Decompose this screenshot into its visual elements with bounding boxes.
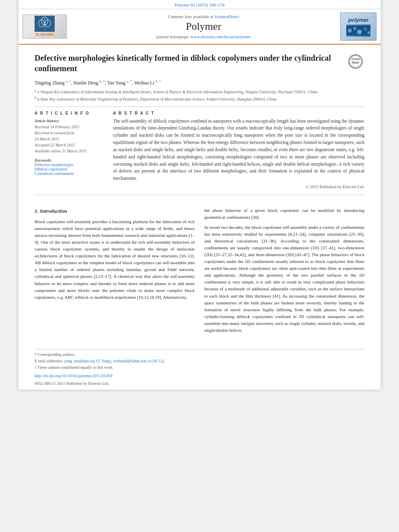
page: Polymer 65 (2015) 168–174 ELSEVIER: [19, 0, 380, 390]
svg-point-10: [367, 31, 370, 34]
article-info-block: Article history: Received 14 February 20…: [35, 118, 105, 154]
elsevier-logo: ELSEVIER: [23, 14, 67, 39]
crossmark-area: Cross Mark: [348, 54, 364, 69]
article-content: Defective morphologies kinetically forme…: [19, 45, 380, 207]
polymer-logo-decoration: [346, 25, 370, 37]
journal-ref: Polymer 65 (2015) 168–174: [175, 2, 224, 7]
elsevier-svg: [37, 16, 53, 31]
abstract-col: A B S T R A C T The self-assembly of dib…: [113, 111, 364, 189]
polymer-logo: polymer: [340, 12, 376, 41]
keywords-block: Keywords: Defective morphologies Diblock…: [35, 158, 105, 176]
intro-para2: the phase behavior of a given block copo…: [204, 207, 364, 221]
svg-point-9: [364, 27, 367, 31]
corresponding-note: * Corresponding authors.: [35, 352, 364, 357]
main-body: 1. Introduction Block copolymer self-ass…: [19, 207, 380, 345]
svg-point-6: [348, 28, 352, 32]
title-area: Defective morphologies kinetically forme…: [35, 53, 364, 74]
body-col-left: 1. Introduction Block copolymer self-ass…: [35, 207, 195, 337]
homepage-link[interactable]: www.elsevier.com/locate/polymer: [190, 34, 251, 39]
keyword-3[interactable]: Cylindrical confinement: [35, 171, 105, 176]
body-col-right: the phase behavior of a given block copo…: [204, 207, 364, 337]
history-label: Article history:: [35, 118, 105, 124]
journal-name: Polymer: [71, 21, 336, 33]
keywords-label: Keywords:: [35, 158, 105, 162]
article-info-label: A R T I C L E I N F O: [35, 111, 105, 115]
issn-footer: 0032-3861/© 2015 Published by Elsevier L…: [19, 380, 380, 390]
accepted-date: Accepted 22 March 2015: [35, 142, 105, 148]
body-columns: 1. Introduction Block copolymer self-ass…: [35, 207, 364, 337]
crossmark-svg: Cross Mark: [349, 55, 362, 68]
affiliation-a: a a Ningxia Key Laboratory of Informatio…: [35, 88, 364, 95]
svg-point-8: [357, 29, 362, 34]
svg-text:Mark: Mark: [352, 61, 359, 64]
keyword-1[interactable]: Defective morphologies: [35, 162, 105, 167]
sciencedirect-link[interactable]: ScienceDirect: [214, 14, 239, 19]
abstract-label: A B S T R A C T: [113, 111, 364, 115]
abstract-text: The self-assembly of diblock copolymers …: [113, 118, 364, 182]
elsevier-icon: [35, 16, 55, 32]
journal-header: ELSEVIER Contents lists available at Sci…: [19, 9, 380, 45]
email-line: E-mail addresses: yang_tao@njtu.org (T. …: [35, 358, 364, 364]
doi-footer[interactable]: http://dx.doi.org/10.1016/j.polymer.2015…: [19, 371, 380, 380]
polymer-logo-svg: [346, 25, 370, 36]
divider-1: [35, 107, 364, 107]
authors-line: Tingting Zhang a, 1, Hanlin Deng b, 1, T…: [35, 79, 364, 86]
intro-para3: In recent two decades, the block copolym…: [204, 224, 364, 334]
divider-2: [35, 195, 364, 195]
email1-link[interactable]: yang_tao@njtu.org (T. Yang),: [64, 359, 112, 363]
email2-link[interactable]: weihuali@fudan.edu.cn (W. Li).: [113, 359, 165, 363]
homepage-line: journal homepage: www.elsevier.com/locat…: [71, 34, 336, 39]
intro-section-title: 1. Introduction: [35, 207, 195, 215]
elsevier-text: ELSEVIER: [36, 33, 54, 37]
available-text: Contents lists available at ScienceDirec…: [71, 14, 336, 19]
polymer-logo-text: polymer: [348, 17, 369, 23]
center-journal-info: Contents lists available at ScienceDirec…: [71, 14, 336, 39]
crossmark-icon: Cross Mark: [348, 54, 363, 69]
svg-point-7: [353, 27, 357, 30]
article-title: Defective morphologies kinetically forme…: [35, 53, 344, 74]
revised-label: Received in revised form: [35, 130, 105, 136]
revised-date: 14 March 2015: [35, 136, 105, 142]
journal-ref-bar: Polymer 65 (2015) 168–174: [19, 0, 380, 9]
copyright-line: © 2015 Published by Elsevier Ltd.: [113, 185, 364, 189]
affiliations: a a Ningxia Key Laboratory of Informatio…: [35, 88, 364, 103]
elsevier-logo-area: ELSEVIER: [23, 14, 67, 39]
info-abstract-cols: A R T I C L E I N F O Article history: R…: [35, 111, 364, 189]
polymer-logo-area: polymer: [340, 12, 376, 41]
received-date: Received 14 February 2015: [35, 124, 105, 130]
available-date: Available online 31 March 2015: [35, 148, 105, 154]
equal-contrib-note: 1 These authors contributed equally to t…: [35, 365, 364, 370]
intro-para1: Block copolymer self-assembly provides a…: [35, 218, 195, 301]
article-info-col: A R T I C L E I N F O Article history: R…: [35, 111, 105, 189]
affiliation-b: b b State Key Laboratory of Molecular En…: [35, 96, 364, 102]
keyword-2[interactable]: Diblock copolymers: [35, 167, 105, 171]
footnotes-area: * Corresponding authors. E-mail addresse…: [35, 349, 364, 370]
